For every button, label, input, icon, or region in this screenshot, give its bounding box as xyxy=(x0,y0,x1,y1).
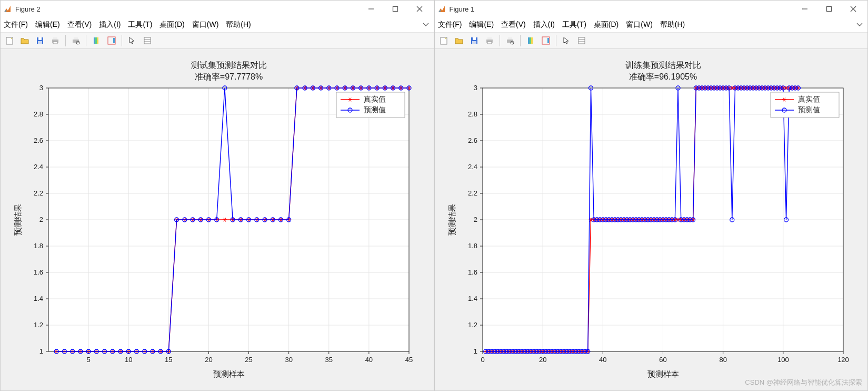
menu-tools[interactable]: 工具(T) xyxy=(562,20,586,30)
svg-text:1.2: 1.2 xyxy=(468,321,477,329)
menu-file[interactable]: 文件(F) xyxy=(4,20,28,30)
titlebar[interactable]: Figure 2 xyxy=(1,1,434,17)
close-button[interactable] xyxy=(407,1,432,17)
property-editor-icon[interactable] xyxy=(575,34,588,47)
window-title: Figure 1 xyxy=(450,5,475,13)
menu-help[interactable]: 帮助(H) xyxy=(660,20,685,30)
maximize-button[interactable] xyxy=(383,1,407,17)
svg-rect-295 xyxy=(508,37,512,40)
svg-text:1.8: 1.8 xyxy=(468,242,477,250)
svg-text:2.4: 2.4 xyxy=(468,163,477,171)
print-preview-icon[interactable] xyxy=(503,34,517,47)
svg-text:1.4: 1.4 xyxy=(468,295,477,302)
svg-text:预测结果: 预测结果 xyxy=(447,204,456,236)
svg-text:1.6: 1.6 xyxy=(468,268,477,276)
menu-desktop[interactable]: 桌面(D) xyxy=(159,20,184,30)
svg-text:测试集预测结果对比: 测试集预测结果对比 xyxy=(191,61,267,70)
svg-text:1: 1 xyxy=(39,347,43,355)
axes-area[interactable]: 5101520253035404511.21.41.61.822.22.42.6… xyxy=(1,49,434,390)
colormap-icon[interactable] xyxy=(89,34,103,47)
svg-text:15: 15 xyxy=(165,356,172,364)
svg-rect-301 xyxy=(547,38,549,43)
colorbar-icon[interactable] xyxy=(105,34,118,47)
save-icon[interactable] xyxy=(467,34,481,47)
svg-rect-297 xyxy=(528,37,530,44)
menu-edit[interactable]: 编辑(E) xyxy=(469,20,494,30)
print-icon[interactable] xyxy=(483,34,496,47)
svg-text:1.6: 1.6 xyxy=(34,268,43,276)
menu-insert[interactable]: 插入(I) xyxy=(99,20,121,30)
axes-area[interactable]: 02040608010012011.21.41.61.822.22.42.62.… xyxy=(435,49,868,390)
pointer-icon[interactable] xyxy=(125,34,139,47)
menubar: 文件(F) 编辑(E) 查看(V) 插入(I) 工具(T) 桌面(D) 窗口(W… xyxy=(435,17,868,32)
save-icon[interactable] xyxy=(33,34,47,47)
minimize-button[interactable] xyxy=(359,1,383,17)
svg-text:真实值: 真实值 xyxy=(798,95,820,103)
menu-view[interactable]: 查看(V) xyxy=(67,20,92,30)
colormap-icon[interactable] xyxy=(524,34,537,47)
svg-text:2.8: 2.8 xyxy=(468,110,477,118)
svg-rect-290 xyxy=(472,41,476,44)
chevron-down-icon[interactable] xyxy=(422,21,431,29)
svg-text:预测样本: 预测样本 xyxy=(213,369,245,378)
colorbar-icon[interactable] xyxy=(539,34,553,47)
svg-text:60: 60 xyxy=(659,356,666,364)
toolbar xyxy=(435,32,868,49)
menu-view[interactable]: 查看(V) xyxy=(501,20,526,30)
svg-rect-302 xyxy=(578,37,585,44)
chevron-down-icon[interactable] xyxy=(856,21,864,29)
matlab-icon xyxy=(3,4,12,14)
figure-window-2: Figure 2 文件(F) 编辑(E) 查看(V) 插入(I) 工具(T) 桌… xyxy=(0,0,434,391)
svg-rect-9 xyxy=(38,37,42,40)
svg-text:40: 40 xyxy=(365,356,373,364)
open-icon[interactable] xyxy=(452,34,466,47)
minimize-button[interactable] xyxy=(793,1,817,17)
pointer-icon[interactable] xyxy=(560,34,573,47)
svg-text:真实值: 真实值 xyxy=(364,95,386,103)
matlab-icon xyxy=(437,4,446,14)
svg-rect-21 xyxy=(113,38,115,43)
svg-rect-17 xyxy=(94,37,95,44)
svg-text:2.6: 2.6 xyxy=(468,136,477,144)
svg-text:2.2: 2.2 xyxy=(34,189,43,197)
maximize-button[interactable] xyxy=(817,1,841,17)
svg-text:10: 10 xyxy=(125,356,132,364)
property-editor-icon[interactable] xyxy=(141,34,154,47)
menu-insert[interactable]: 插入(I) xyxy=(533,20,555,30)
svg-rect-292 xyxy=(487,37,492,40)
svg-text:预测值: 预测值 xyxy=(798,105,820,114)
menu-tools[interactable]: 工具(T) xyxy=(128,20,152,30)
chart-fig1: 02040608010012011.21.41.61.822.22.42.62.… xyxy=(443,56,859,383)
svg-text:30: 30 xyxy=(285,356,293,364)
titlebar[interactable]: Figure 1 xyxy=(435,1,868,17)
svg-text:1.2: 1.2 xyxy=(34,321,43,329)
svg-text:1: 1 xyxy=(474,347,477,355)
menu-desktop[interactable]: 桌面(D) xyxy=(594,20,618,30)
new-figure-icon[interactable] xyxy=(3,34,16,47)
menu-help[interactable]: 帮助(H) xyxy=(226,20,251,30)
svg-rect-18 xyxy=(95,37,97,44)
menu-file[interactable]: 文件(F) xyxy=(438,20,462,30)
menu-window[interactable]: 窗口(W) xyxy=(192,20,219,30)
print-icon[interactable] xyxy=(48,34,62,47)
svg-rect-19 xyxy=(97,37,98,44)
svg-rect-22 xyxy=(144,37,151,44)
new-figure-icon[interactable] xyxy=(437,34,451,47)
svg-text:35: 35 xyxy=(325,356,333,364)
svg-text:3: 3 xyxy=(474,84,477,92)
chart-fig2: 5101520253035404511.21.41.61.822.22.42.6… xyxy=(9,56,425,383)
menu-window[interactable]: 窗口(W) xyxy=(626,20,653,30)
svg-rect-293 xyxy=(487,42,492,44)
svg-text:100: 100 xyxy=(777,356,789,364)
svg-text:2.2: 2.2 xyxy=(468,189,477,197)
menu-edit[interactable]: 编辑(E) xyxy=(35,20,60,30)
svg-text:2: 2 xyxy=(39,216,43,223)
svg-text:预测结果: 预测结果 xyxy=(13,204,22,236)
print-preview-icon[interactable] xyxy=(69,34,83,47)
svg-text:1.4: 1.4 xyxy=(34,295,43,302)
menubar: 文件(F) 编辑(E) 查看(V) 插入(I) 工具(T) 桌面(D) 窗口(W… xyxy=(1,17,434,32)
svg-text:40: 40 xyxy=(599,356,606,364)
svg-text:0: 0 xyxy=(481,356,484,364)
open-icon[interactable] xyxy=(18,34,32,47)
close-button[interactable] xyxy=(841,1,865,17)
